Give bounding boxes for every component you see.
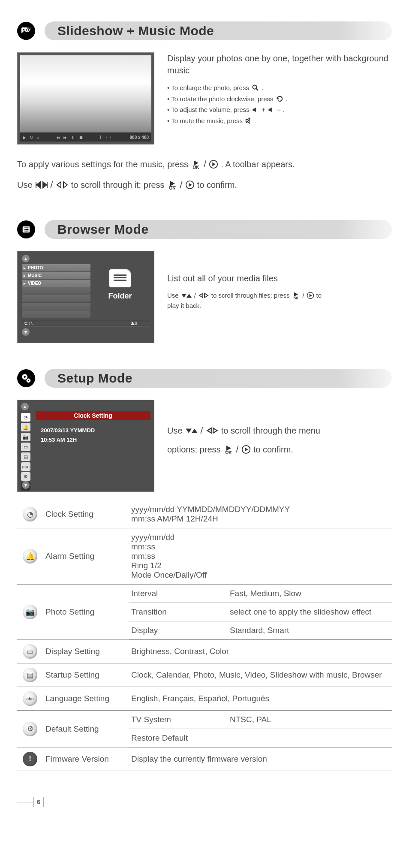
svg-point-24 bbox=[28, 380, 29, 381]
bullet-text: . bbox=[255, 115, 257, 127]
page-number: 6 bbox=[17, 797, 392, 807]
text: to bbox=[316, 290, 322, 301]
setting-value: mm:ss bbox=[131, 552, 389, 561]
up-arrow-icon: ▲ bbox=[21, 403, 29, 410]
section-slideshow: Slideshow + Music Mode ▶ ↻ ⌕ ⏮⏭⏸⏹ i⋮⋮ 80… bbox=[17, 21, 392, 194]
mute-icon bbox=[244, 118, 253, 124]
browser-screenshot: ▲ PHOTO MUSIC VIDEO Folder C : \ 3/3 ▼ bbox=[17, 251, 154, 343]
down-arrow-icon: ▼ bbox=[22, 481, 30, 489]
bullet-text: . bbox=[283, 104, 284, 115]
svg-point-1 bbox=[23, 29, 24, 30]
page-number-value: 6 bbox=[33, 797, 44, 807]
slideshow-bullets: • To enlarge the photo, press . • To rot… bbox=[167, 82, 392, 126]
text: Use bbox=[167, 422, 183, 439]
photo-sublabel: Transition bbox=[129, 603, 227, 621]
setting-label: Photo Setting bbox=[43, 585, 129, 640]
setting-label: Language Setting bbox=[43, 687, 129, 711]
row-language: abc Language Setting English, Français, … bbox=[17, 687, 392, 711]
setting-value: yyyy/mm/dd YYMMDD/MMDDYY/DDMMYY bbox=[131, 505, 389, 514]
svg-line-3 bbox=[256, 89, 258, 90]
camera-icon: 📷 bbox=[23, 605, 37, 619]
default-subvalue: NTSC, PAL bbox=[227, 711, 392, 729]
setting-label: Firmware Version bbox=[43, 747, 129, 771]
list-icon bbox=[17, 220, 35, 238]
default-mini-icon: ⚙ bbox=[21, 472, 30, 481]
path-label: C : \ bbox=[24, 321, 33, 326]
text: . A toolbar appears. bbox=[221, 156, 295, 173]
time-value: 10:53 AM 12H bbox=[41, 435, 150, 445]
svg-point-14 bbox=[24, 231, 24, 232]
folder-icon bbox=[109, 269, 131, 287]
section-setup: Setup Mode ▲ ◔ 🔔 📷 ▭ ▤ abc ⚙ ! Clock Set… bbox=[17, 369, 392, 771]
lang-mini-icon: abc bbox=[21, 462, 30, 471]
left-right-outline-icon bbox=[205, 427, 220, 434]
bullet-text: • To mute the music, press bbox=[167, 115, 243, 127]
section-browser: Browser Mode ▲ PHOTO MUSIC VIDEO Folder … bbox=[17, 220, 392, 343]
count-label: 3/3 bbox=[131, 321, 137, 326]
text: to scroll through it; press bbox=[71, 176, 165, 193]
text: options; press bbox=[167, 441, 221, 458]
bullet-text: . bbox=[262, 82, 263, 93]
bullet-text: • To rotate the photo clockwise, press bbox=[167, 93, 274, 105]
setting-value: mm:ss bbox=[131, 542, 389, 552]
startup-mini-icon: ▤ bbox=[21, 452, 30, 461]
prev-next-solid-icon bbox=[34, 181, 49, 189]
rotate-icon: ↻ bbox=[30, 135, 33, 140]
up-arrow-icon: ▲ bbox=[22, 255, 30, 262]
volume-down-icon bbox=[267, 107, 276, 113]
language-icon: abc bbox=[23, 691, 37, 706]
play-icon: ▶ bbox=[23, 135, 26, 140]
section-header: Slideshow + Music Mode bbox=[17, 21, 392, 40]
default-subvalue: Restore Default bbox=[129, 729, 392, 747]
play-ok-icon: OK bbox=[223, 444, 235, 455]
clock-mini-icon: ◔ bbox=[21, 413, 30, 422]
setting-label: Default Setting bbox=[43, 711, 129, 747]
photo-music-icon bbox=[17, 22, 35, 40]
bullet-text: • To enlarge the photo, press bbox=[167, 82, 249, 93]
prev-next-outline-icon bbox=[55, 181, 69, 189]
gears-icon bbox=[17, 369, 35, 387]
browser-description: List out all of your media files bbox=[167, 272, 392, 284]
setting-label: Alarm Setting bbox=[43, 528, 129, 585]
magnify-icon bbox=[251, 84, 260, 91]
alarm-icon: 🔔 bbox=[23, 549, 37, 564]
svg-point-13 bbox=[24, 229, 24, 230]
section-header: Browser Mode bbox=[17, 220, 392, 239]
rotate-icon bbox=[275, 95, 284, 102]
play-circle-icon bbox=[184, 180, 195, 190]
setting-value: Clock, Calendar, Photo, Music, Video, Sl… bbox=[129, 663, 392, 687]
camera-mini-icon: 📷 bbox=[21, 433, 30, 441]
play-circle-icon bbox=[306, 292, 315, 299]
file-item-video: VIDEO bbox=[22, 280, 90, 287]
play-ok-icon: OK bbox=[166, 180, 178, 190]
play-ok-icon: OK bbox=[291, 291, 301, 300]
section-title: Slideshow + Music Mode bbox=[45, 21, 392, 40]
alarm-mini-icon: 🔔 bbox=[21, 423, 30, 431]
slideshow-screenshot: ▶ ↻ ⌕ ⏮⏭⏸⏹ i⋮⋮ 800 x 480 bbox=[17, 52, 154, 145]
browser-instructions: Use / to scroll through files; press OK … bbox=[167, 290, 392, 301]
svg-point-2 bbox=[253, 85, 256, 89]
row-clock: ◔ Clock Setting yyyy/mm/dd YYMMDD/MMDDYY… bbox=[17, 500, 392, 528]
zoom-icon: ⌕ bbox=[36, 135, 39, 140]
file-item-photo: PHOTO bbox=[22, 264, 90, 271]
photo-subvalue: select one to apply the slideshow effect bbox=[227, 603, 392, 621]
slideshow-description: Display your photos one by one, together… bbox=[167, 52, 392, 76]
svg-point-22 bbox=[24, 376, 26, 378]
text: to confirm. bbox=[197, 176, 237, 193]
bullet-text: • To adjust the volume, press bbox=[167, 104, 250, 115]
volume-up-icon bbox=[251, 107, 260, 113]
text: to confirm. bbox=[253, 441, 293, 458]
setting-value: Mode Once/Daily/Off bbox=[131, 570, 389, 580]
gear-icon: ⚙ bbox=[23, 722, 37, 736]
photo-subvalue: Fast, Medium, Slow bbox=[227, 585, 392, 603]
slideshow-para-1: To apply various settings for the music,… bbox=[17, 155, 392, 174]
slideshow-para-2: Use / to scroll through it; press OK / t… bbox=[17, 175, 392, 194]
row-photo-1: 📷 Photo Setting Interval Fast, Medium, S… bbox=[17, 585, 392, 603]
down-up-solid-icon bbox=[180, 292, 193, 298]
text: to scroll through the menu bbox=[221, 422, 320, 439]
setting-value: Brightness, Contrast, Color bbox=[129, 640, 392, 663]
photo-sublabel: Display bbox=[129, 621, 227, 640]
startup-icon: ▤ bbox=[23, 668, 37, 682]
play-ok-icon: OK bbox=[190, 159, 202, 169]
setting-label: Startup Setting bbox=[43, 663, 129, 687]
